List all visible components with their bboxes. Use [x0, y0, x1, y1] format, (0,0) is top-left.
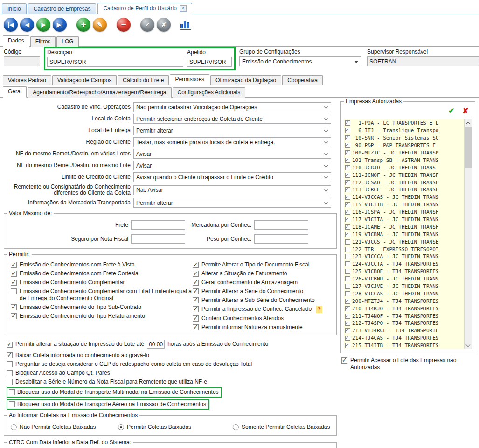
grupo-dropdown[interactable]: Emissão de Conhecimentos: [239, 56, 361, 66]
permitir-checkbox-row[interactable]: Permitir informar Natureza manualmente: [193, 324, 333, 331]
company-row[interactable]: 6-ITJ - Transligue Transpo: [345, 127, 464, 134]
company-row[interactable]: 127-VJCJVE - JC THEDIN TRANS: [345, 283, 464, 290]
last-record-button[interactable]: ▶|: [53, 18, 67, 32]
window-tab[interactable]: Cadastro de Empresas: [28, 3, 97, 14]
company-row[interactable]: 211-TJ4NOF - TJ4 TRANSPORTES: [345, 312, 464, 320]
permissoes-subtab[interactable]: Agendamento/Redespacho/Armazenagem/Reent…: [28, 87, 171, 98]
company-row[interactable]: 113-JCRCL - JC THEDIN TRANSF: [345, 186, 464, 194]
valor-maximo-input[interactable]: [131, 220, 185, 230]
lote-hours-input[interactable]: [147, 340, 165, 349]
permitir-checkbox-row[interactable]: Emissão de Conhecimento do Tipo Sub-Cont…: [11, 304, 193, 311]
scroll-thumb[interactable]: [465, 127, 472, 168]
policy-dropdown[interactable]: Não permitir cadastrar Vinculação de Ope…: [133, 102, 331, 112]
acessar-lote-checkbox-row[interactable]: Permitir Acessar o Lote das Empresas não…: [340, 357, 475, 371]
company-row[interactable]: 112-JCSAO - JC THEDIN TRANSF: [345, 179, 464, 186]
close-icon[interactable]: [180, 5, 187, 12]
permitir-checkbox-row[interactable]: Conferir Conhecimentos Aferidos: [193, 315, 333, 322]
policy-dropdown[interactable]: Avisar: [133, 149, 331, 159]
policy-dropdown[interactable]: Permitir alterar: [133, 126, 331, 135]
valor-maximo-input[interactable]: [254, 234, 308, 244]
perfil-tab[interactable]: Valores Padrão: [3, 75, 51, 85]
confirm-button[interactable]: ✔: [140, 18, 154, 32]
delete-record-button[interactable]: −: [117, 18, 131, 32]
company-row[interactable]: 115-VJCITB - JC THEDIN TRANS: [345, 201, 464, 209]
permitir-checkbox-row[interactable]: Emissão de Conhecimentos com Frete Corte…: [11, 270, 193, 277]
company-row[interactable]: 116-JCSPA - JC THEDIN TRANSF: [345, 209, 464, 216]
perfil-tab[interactable]: Cálculo do Frete: [118, 75, 169, 85]
company-list[interactable]: 1-POA - LC TRANSPORTES E L 6-ITJ - Trans…: [344, 119, 472, 349]
coletas-radio-option[interactable]: Não Permitir Coletas Baixadas: [11, 424, 118, 430]
company-row[interactable]: 111-JCNOF - JC THEDIN TRANSF: [345, 171, 464, 179]
perfil-tab[interactable]: Permissões: [170, 74, 209, 85]
company-row[interactable]: 214-TJ4CAS - TJ4 TRANSPORTES: [345, 335, 464, 342]
misc-checkbox-row[interactable]: Bloquear uso do Modal de Transporte Mult…: [7, 387, 222, 398]
company-row[interactable]: 90-P&P - P&P TRANSPORTES E: [345, 142, 464, 149]
permitir-checkbox-row[interactable]: Alterar a Situação de Faturamento: [193, 270, 333, 277]
company-row[interactable]: 101-Transp SB - ASTRAN TRANS: [345, 156, 464, 164]
company-row[interactable]: 121-VJCGS - JC THEDIN TRANSE: [345, 238, 464, 245]
policy-dropdown[interactable]: Permitir alterar: [133, 198, 331, 208]
company-row[interactable]: 200-MTZTJ4 - TJ4 TRANSPORTES: [345, 297, 464, 305]
company-row[interactable]: 213-VTJ4RCL - TJ4 TRANSPORTE: [345, 327, 464, 335]
descricao-input[interactable]: [47, 57, 183, 67]
company-row[interactable]: 118-JCAME - JC THEDIN TRANSF: [345, 223, 464, 231]
coletas-radio-option[interactable]: Permitir Coletas Baixadas: [118, 424, 233, 430]
misc-checkbox-row[interactable]: Baixar Coleta informada no conhecimento …: [7, 352, 337, 359]
window-tab[interactable]: Início: [2, 3, 27, 14]
valor-maximo-input[interactable]: [131, 234, 185, 244]
policy-dropdown[interactable]: Não Avisar: [133, 185, 331, 195]
perfil-tab[interactable]: Otimização da Digitação: [210, 75, 281, 85]
apelido-input[interactable]: [187, 57, 232, 67]
record-tab[interactable]: LOG: [56, 36, 78, 47]
policy-dropdown[interactable]: Testar, mas somente para os locais de co…: [133, 137, 331, 147]
permitir-checkbox-row[interactable]: Emissão de Conhecimento Complementar: [11, 279, 193, 286]
permitir-checkbox-row[interactable]: Emissão de Conhecimento Complementar com…: [11, 288, 193, 302]
scrollbar[interactable]: [464, 119, 472, 349]
permitir-checkbox-row[interactable]: Emissão de Conhecimento do Tipo Refatura…: [11, 313, 193, 320]
company-row[interactable]: 123-VJCCCA - JC THEDIN TRANS: [345, 253, 464, 260]
permitir-checkbox-row[interactable]: Permitir Alterar a Série do Conhecimento: [193, 288, 333, 295]
clear-selection-button[interactable]: [460, 106, 471, 116]
codigo-input[interactable]: [4, 56, 40, 66]
permitir-checkbox-row[interactable]: Gerar conhecimento de Armazenagem: [193, 279, 333, 286]
cancel-button[interactable]: ✘: [157, 18, 171, 32]
permitir-checkbox-row[interactable]: Permitir a Impressão de Conhec. Cancelad…: [193, 306, 333, 313]
help-icon[interactable]: [316, 306, 322, 313]
record-tab[interactable]: Filtros: [30, 36, 56, 47]
chart-button[interactable]: [179, 18, 192, 31]
scroll-down-icon[interactable]: [465, 341, 472, 349]
company-row[interactable]: 119-VJCBMA - JC THEDIN TRANS: [345, 231, 464, 238]
permitir-checkbox-row[interactable]: Emissão de Conhecimentos com Frete à Vis…: [11, 261, 193, 268]
misc-checkbox-row[interactable]: Desabilitar a Série e Número da Nota Fis…: [7, 378, 337, 385]
policy-dropdown[interactable]: Avisar: [133, 161, 331, 170]
company-row[interactable]: 126-VJCBNU - JC THEDIN TRANS: [345, 275, 464, 283]
perfil-tab[interactable]: Validação de Campos: [52, 75, 117, 85]
policy-dropdown[interactable]: Avisar quando o Cliente ultrapassar o Li…: [133, 172, 331, 182]
company-row[interactable]: 114-VJCCAS - JC THEDIN TRANS: [345, 194, 464, 201]
valor-maximo-input[interactable]: [254, 220, 308, 230]
add-record-button[interactable]: +: [76, 18, 90, 32]
edit-record-button[interactable]: ✎: [93, 18, 107, 32]
window-tab[interactable]: Cadastro de Perfil do Usuário: [97, 3, 192, 14]
company-row[interactable]: 128-VJCCAS - JC THEDIN TRANS: [345, 290, 464, 297]
permissoes-subtab[interactable]: Configurações Adicionais: [173, 87, 246, 98]
misc-checkbox-row[interactable]: Perguntar se deseja considerar o CEP do …: [7, 361, 337, 368]
first-record-button[interactable]: |◀: [4, 18, 18, 32]
company-row[interactable]: 110-JCRJO - JC THEDIN TRANS: [345, 164, 464, 171]
permissoes-subtab[interactable]: Geral: [3, 86, 27, 98]
perfil-tab[interactable]: Cooperativa: [282, 75, 323, 85]
company-row[interactable]: 125-VJCBQE - TJ4 TRANSPORTES: [345, 268, 464, 275]
confirm-selection-button[interactable]: [446, 106, 457, 116]
company-row[interactable]: 210-TJ4RJO - TJ4 TRANSPORTES: [345, 305, 464, 312]
company-row[interactable]: 122-TER - EXPRESSO TERESOPOI: [345, 245, 464, 253]
coletas-radio-option[interactable]: Somente Permitir Coletas Baixadas: [233, 424, 330, 430]
next-record-button[interactable]: ▶: [36, 18, 50, 32]
company-row[interactable]: 10-SNR - Senior Sistemas SC: [345, 134, 464, 142]
permitir-checkbox-row[interactable]: Permite Alterar o Tipo de Documento Fisc…: [193, 261, 333, 268]
scroll-up-icon[interactable]: [465, 119, 472, 126]
policy-dropdown[interactable]: Permitir selecionar endereços de Coleta …: [133, 114, 331, 124]
company-row[interactable]: 215-TJ4ITB - TJ4 TRANSPORTES: [345, 342, 464, 349]
misc-checkbox-row[interactable]: Bloquear Acesso ao Campo Qt. Pares: [7, 370, 337, 377]
lote-impressao-row[interactable]: Permitir alterar a situação de Impressão…: [7, 340, 337, 349]
company-row[interactable]: 1-POA - LC TRANSPORTES E L: [345, 119, 464, 127]
